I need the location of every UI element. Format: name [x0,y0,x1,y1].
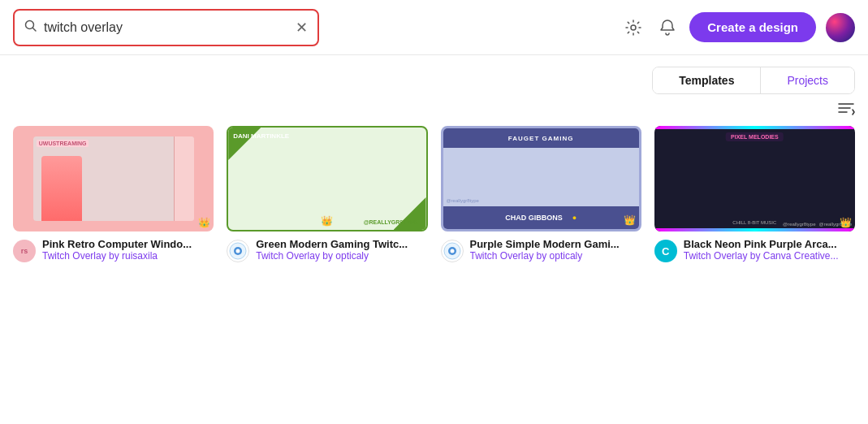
card-title-2: Green Modern Gaming Twitc... [256,238,427,250]
tab-projects[interactable]: Projects [761,67,854,93]
search-icon [24,19,37,36]
tab-templates[interactable]: Templates [653,67,760,93]
card-subtitle-4: Twitch Overlay by Canva Creative... [684,250,855,262]
main-area: Templates Projects [0,55,868,275]
card-logo-4: C [654,240,677,262]
card-subtitle-1: Twitch Overlay by ruisaxila [42,250,214,262]
card-black-neon[interactable]: PIXEL MELODIES CHILL 8-BIT MUSIC @really… [654,126,855,262]
crown-icon-2: 👑 [321,215,333,227]
card-text-1: Pink Retro Computer Windo... Twitch Over… [42,238,214,262]
card-green-modern[interactable]: DANI MARTINKLE @REALLYGR8TYPE 👑 Green Mo… [227,126,427,262]
search-input[interactable] [44,20,289,35]
card-info-3: Purple Simple Modern Gami... Twitch Over… [441,238,641,262]
tab-container: Templates Projects [652,67,855,94]
search-container: ✕ [13,9,319,46]
svg-point-8 [236,249,240,253]
card-title-3: Purple Simple Modern Gami... [470,238,641,250]
card-pink-retro[interactable]: UWUSTREAMING 👑 rs Pink Retro Computer Wi… [13,126,214,262]
card-info-2: Green Modern Gaming Twitc... Twitch Over… [227,238,427,262]
card-thumbnail-2: DANI MARTINKLE @REALLYGR8TYPE 👑 [227,126,427,231]
crown-icon-1: 👑 [198,217,210,228]
card-thumbnail-1: UWUSTREAMING 👑 [13,126,214,231]
card-info-1: rs Pink Retro Computer Windo... Twitch O… [13,238,214,262]
card-info-4: C Black Neon Pink Purple Arca... Twitch … [654,238,855,262]
card-text-3: Purple Simple Modern Gami... Twitch Over… [470,238,641,262]
crown-icon-3: 👑 [624,214,636,226]
svg-line-1 [33,28,37,31]
header-actions: Create a design [621,12,855,42]
clear-search-button[interactable]: ✕ [296,20,308,35]
settings-button[interactable] [621,15,646,40]
card-subtitle-2: Twitch Overlay by opticaly [256,250,427,262]
svg-point-2 [631,25,636,30]
card-title-4: Black Neon Pink Purple Arca... [684,238,855,250]
card-title-1: Pink Retro Computer Windo... [42,238,214,250]
svg-point-11 [450,249,454,253]
card-subtitle-3: Twitch Overlay by opticaly [470,250,641,262]
sort-bar [0,94,868,126]
card-thumbnail-3: FAUGET GAMING CHAD GIBBONS ● @reallygr8t… [441,126,641,231]
card-logo-2 [227,240,249,262]
header: ✕ Create a design [0,0,868,55]
create-design-button[interactable]: Create a design [689,12,816,42]
card-logo-1: rs [13,240,36,262]
card-logo-3 [441,240,464,262]
tab-bar: Templates Projects [0,55,868,94]
avatar[interactable] [826,13,855,42]
sort-button[interactable] [837,101,855,119]
card-text-4: Black Neon Pink Purple Arca... Twitch Ov… [684,238,855,262]
card-purple-simple[interactable]: FAUGET GAMING CHAD GIBBONS ● @reallygr8t… [441,126,641,262]
card-thumbnail-4: PIXEL MELODIES CHILL 8-BIT MUSIC @really… [654,126,855,231]
notifications-button[interactable] [655,15,680,40]
crown-icon-4: 👑 [840,217,852,228]
content-area: UWUSTREAMING 👑 rs Pink Retro Computer Wi… [0,126,868,275]
cards-grid: UWUSTREAMING 👑 rs Pink Retro Computer Wi… [13,126,855,262]
card-text-2: Green Modern Gaming Twitc... Twitch Over… [256,238,427,262]
